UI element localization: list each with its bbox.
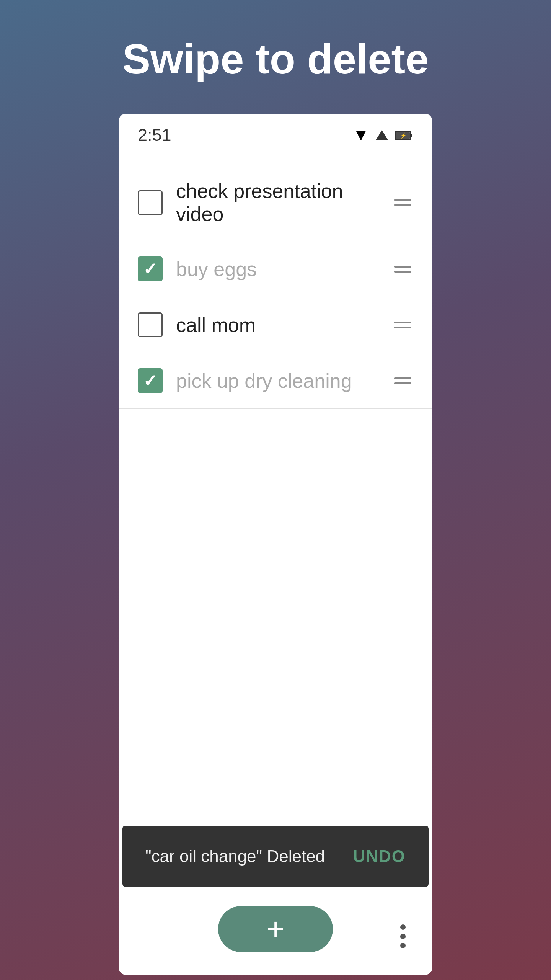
drag-handle-line: [394, 377, 411, 379]
snackbar-message: "car oil change" Deleted: [145, 847, 325, 866]
snackbar-undo-button[interactable]: UNDO: [353, 847, 406, 866]
drag-handle-line: [394, 327, 411, 328]
bottom-bar: +: [119, 887, 432, 975]
drag-handle-4[interactable]: [392, 376, 413, 386]
status-icons: ▼ ⚡: [353, 126, 413, 144]
task-item[interactable]: call mom: [119, 297, 432, 353]
task-label-4: pick up dry cleaning: [176, 369, 379, 392]
svg-marker-0: [376, 130, 388, 140]
more-dot: [400, 924, 406, 930]
more-dot: [400, 943, 406, 948]
drag-handle-1[interactable]: [392, 197, 413, 208]
more-menu-button[interactable]: [396, 921, 409, 952]
battery-icon: ⚡: [395, 129, 413, 141]
status-bar: 2:51 ▼ ⚡: [119, 114, 432, 153]
task-label-1: check presentation video: [176, 180, 379, 225]
svg-text:⚡: ⚡: [400, 132, 407, 139]
more-dot: [400, 934, 406, 939]
task-item[interactable]: buy eggs: [119, 241, 432, 297]
drag-handle-line: [394, 199, 411, 201]
header: Swipe to delete: [99, 0, 452, 114]
drag-handle-line: [394, 266, 411, 268]
signal-icon: [375, 128, 389, 142]
wifi-icon: ▼: [353, 126, 369, 144]
drag-handle-3[interactable]: [392, 320, 413, 330]
drag-handle-2[interactable]: [392, 264, 413, 274]
task-checkbox-2[interactable]: [138, 256, 163, 281]
task-checkbox-3[interactable]: [138, 312, 163, 337]
drag-handle-line: [394, 271, 411, 273]
status-time: 2:51: [138, 125, 171, 145]
drag-handle-line: [394, 204, 411, 206]
task-checkbox-1[interactable]: [138, 190, 163, 215]
add-button[interactable]: +: [218, 906, 333, 952]
phone-frame: 2:51 ▼ ⚡ check presentation video: [119, 114, 432, 975]
add-icon: +: [267, 914, 285, 944]
task-list: check presentation video buy eggs call m…: [119, 153, 432, 826]
drag-handle-line: [394, 322, 411, 323]
task-item[interactable]: check presentation video: [119, 164, 432, 241]
bottom-area: "car oil change" Deleted UNDO +: [119, 826, 432, 975]
task-checkbox-4[interactable]: [138, 368, 163, 393]
task-label-2: buy eggs: [176, 258, 379, 281]
svg-rect-2: [411, 134, 412, 137]
page-title: Swipe to delete: [99, 0, 452, 114]
snackbar: "car oil change" Deleted UNDO: [122, 826, 429, 887]
task-item[interactable]: pick up dry cleaning: [119, 353, 432, 409]
drag-handle-line: [394, 382, 411, 384]
task-label-3: call mom: [176, 314, 379, 336]
